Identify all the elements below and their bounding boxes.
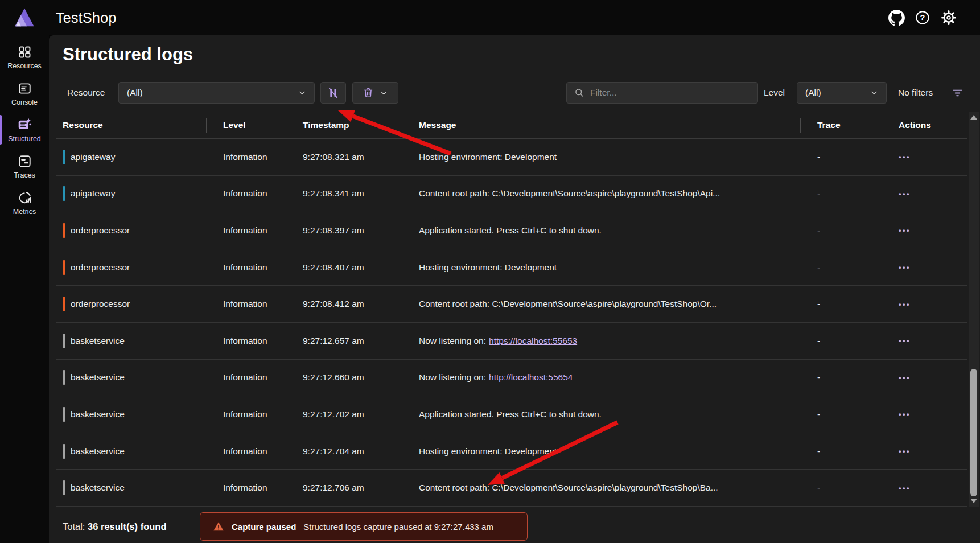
log-table-row[interactable]: apigateway Information 9:27:08.321 am Ho…: [56, 139, 967, 176]
log-message: Application started. Press Ctrl+C to shu…: [402, 396, 800, 433]
banner-description: Structured logs capture paused at 9:27:2…: [303, 522, 493, 532]
log-actions-cell: •••: [882, 433, 967, 470]
resource-color-bar: [63, 186, 65, 201]
row-actions-button[interactable]: •••: [896, 260, 913, 275]
row-actions-button[interactable]: •••: [896, 223, 913, 238]
pause-capture-button[interactable]: [320, 82, 346, 104]
log-trace: -: [800, 323, 882, 359]
clear-logs-button[interactable]: [352, 82, 398, 104]
log-resource-name: orderprocessor: [71, 225, 130, 236]
log-level: Information: [206, 360, 286, 396]
filter-input[interactable]: [590, 88, 751, 98]
log-resource-name: basketservice: [71, 336, 125, 346]
log-message: Content root path: C:\Development\Source…: [402, 176, 800, 212]
settings-icon[interactable]: [940, 9, 957, 26]
log-trace: -: [800, 286, 882, 322]
log-message: Content root path: C:\Development\Source…: [402, 286, 800, 322]
log-trace: -: [800, 176, 882, 212]
log-resource-name: apigateway: [71, 188, 115, 199]
row-actions-button[interactable]: •••: [896, 480, 913, 496]
log-timestamp: 9:27:08.397 am: [286, 212, 402, 249]
column-header-resource: Resource: [56, 112, 206, 138]
log-actions-cell: •••: [882, 176, 967, 212]
log-message-link[interactable]: http://localhost:55654: [489, 372, 573, 382]
filter-search-box: [566, 82, 758, 104]
capture-paused-banner: Capture paused Structured logs capture p…: [200, 512, 528, 541]
page-title: Structured logs: [63, 44, 193, 65]
log-actions-cell: •••: [882, 470, 967, 506]
scrollbar-thumb[interactable]: [970, 369, 977, 496]
log-table-row[interactable]: orderprocessor Information 9:27:08.397 a…: [56, 212, 967, 249]
filter-lines-icon[interactable]: [951, 87, 964, 100]
total-results: Total: 36 result(s) found: [63, 512, 166, 541]
scrollbar-up-arrow-icon[interactable]: [970, 115, 977, 120]
sidebar-item-resources[interactable]: Resources: [0, 40, 49, 74]
log-table-row[interactable]: basketservice Information 9:27:12.706 am…: [56, 470, 967, 507]
no-filters-label: No filters: [898, 82, 933, 104]
resource-color-bar: [63, 444, 65, 459]
log-actions-cell: •••: [882, 249, 967, 286]
log-resource-name: basketservice: [71, 446, 125, 456]
log-message-link[interactable]: https://localhost:55653: [489, 336, 577, 346]
chevron-down-icon: [869, 88, 879, 98]
resource-color-bar: [63, 334, 65, 348]
log-message: Application started. Press Ctrl+C to shu…: [402, 212, 800, 249]
log-timestamp: 9:27:08.341 am: [286, 176, 402, 212]
log-actions-cell: •••: [882, 286, 967, 322]
table-body: apigateway Information 9:27:08.321 am Ho…: [56, 139, 967, 507]
row-actions-button[interactable]: •••: [896, 149, 913, 164]
log-level: Information: [206, 212, 286, 249]
log-trace: -: [800, 139, 882, 175]
total-value: 36 result(s) found: [88, 521, 166, 532]
column-header-resource-level: Level: [206, 112, 286, 138]
log-resource-name: orderprocessor: [71, 299, 130, 309]
log-table-row[interactable]: orderprocessor Information 9:27:08.412 a…: [56, 286, 967, 323]
scrollbar-down-arrow-icon[interactable]: [970, 499, 977, 503]
row-actions-button[interactable]: •••: [896, 370, 913, 385]
log-table-row[interactable]: apigateway Information 9:27:08.341 am Co…: [56, 176, 967, 213]
sidebar-item-metrics[interactable]: Metrics: [0, 186, 49, 220]
sidebar-item-structured[interactable]: Structured: [0, 113, 49, 147]
log-resource-name: basketservice: [71, 372, 125, 382]
log-level: Information: [206, 433, 286, 470]
log-level: Information: [206, 396, 286, 433]
help-icon[interactable]: ?: [914, 9, 931, 26]
resource-color-bar: [63, 297, 65, 311]
log-level: Information: [206, 249, 286, 286]
log-timestamp: 9:27:12.702 am: [286, 396, 402, 433]
resource-color-bar: [63, 223, 65, 238]
level-filter-label: Level: [764, 82, 785, 104]
log-message: Now listening on: https://localhost:5565…: [402, 323, 800, 359]
row-actions-button[interactable]: •••: [896, 443, 913, 459]
row-actions-button[interactable]: •••: [896, 297, 913, 312]
sidebar-item-traces[interactable]: Traces: [0, 149, 49, 183]
log-table-row[interactable]: basketservice Information 9:27:12.657 am…: [56, 323, 967, 360]
chevron-down-icon: [379, 88, 389, 98]
log-trace: -: [800, 396, 882, 433]
log-level: Information: [206, 470, 286, 506]
resource-color-bar: [63, 150, 65, 164]
row-actions-button[interactable]: •••: [896, 186, 913, 201]
log-table-row[interactable]: orderprocessor Information 9:27:08.407 a…: [56, 249, 967, 286]
log-message: Content root path: C:\Development\Source…: [402, 470, 800, 506]
row-actions-button[interactable]: •••: [896, 406, 913, 422]
log-table-row[interactable]: basketservice Information 9:27:12.660 am…: [56, 360, 967, 397]
console-logs-icon: [17, 81, 32, 96]
row-actions-button[interactable]: •••: [896, 333, 913, 348]
log-trace: -: [800, 249, 882, 286]
log-timestamp: 9:27:12.660 am: [286, 360, 402, 396]
logs-table: Resource Level Timestamp Message Trace A…: [56, 112, 967, 507]
vertical-scrollbar: [969, 112, 979, 507]
sidebar: Resources Console Structured Traces: [0, 35, 49, 543]
level-filter-select[interactable]: (All): [797, 82, 887, 104]
log-message: Hosting environment: Development: [402, 249, 800, 286]
log-table-row[interactable]: basketservice Information 9:27:12.702 am…: [56, 396, 967, 433]
sidebar-item-console[interactable]: Console: [0, 76, 49, 110]
log-level: Information: [206, 139, 286, 175]
svg-text:?: ?: [920, 13, 925, 22]
github-icon[interactable]: [888, 9, 905, 26]
log-resource-name: orderprocessor: [71, 262, 130, 273]
resource-filter-select[interactable]: (All): [118, 82, 315, 104]
log-table-row[interactable]: basketservice Information 9:27:12.704 am…: [56, 433, 967, 470]
log-actions-cell: •••: [882, 360, 967, 396]
